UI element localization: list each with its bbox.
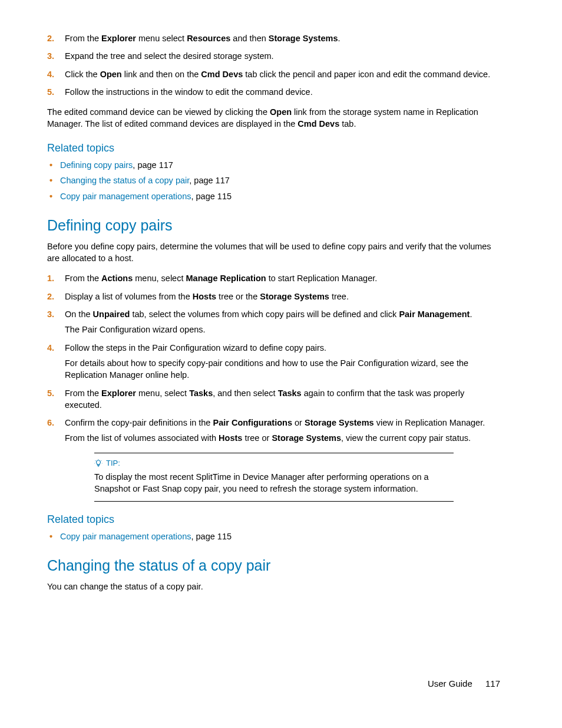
- step-text: From the Explorer menu select Resources …: [65, 34, 340, 43]
- step-result: The Pair Configuration wizard opens.: [65, 324, 503, 335]
- footer-label: User Guide: [428, 678, 472, 689]
- related-topic-suffix: , page 115: [191, 532, 232, 541]
- tip-callout: TIP: To display the most recent SplitTim…: [94, 453, 454, 502]
- related-topics-heading: Related topics: [47, 512, 503, 527]
- step-result: From the list of volumes associated with…: [65, 432, 503, 444]
- step-text: From the Actions menu, select Manage Rep…: [65, 274, 377, 283]
- step-text: Follow the steps in the Pair Configurati…: [65, 343, 326, 353]
- step-number: 6.: [47, 417, 54, 429]
- related-topics-heading: Related topics: [47, 141, 503, 156]
- step-text: From the Explorer menu, select Tasks, an…: [65, 388, 464, 410]
- related-topic-link[interactable]: Changing the status of a copy pair: [60, 176, 189, 185]
- related-topic-suffix: , page 117: [133, 160, 173, 170]
- step-text: Expand the tree and select the desired s…: [65, 51, 274, 61]
- document-page: 2.From the Explorer menu select Resource…: [0, 0, 562, 728]
- procedure-step: 4.Follow the steps in the Pair Configura…: [47, 342, 503, 381]
- page-footer: User Guide 117: [428, 677, 500, 690]
- svg-line-2: [101, 460, 102, 461]
- procedure-step: 3.Expand the tree and select the desired…: [47, 50, 503, 62]
- procedure-step: 2.From the Explorer menu select Resource…: [47, 32, 503, 44]
- step-number: 3.: [47, 50, 54, 62]
- step-text: Confirm the copy-pair definitions in the…: [65, 418, 485, 427]
- step-number: 3.: [47, 308, 54, 320]
- step-text: Follow the instructions in the window to…: [65, 87, 313, 97]
- section-intro: Before you define copy pairs, determine …: [47, 241, 503, 265]
- step-number: 2.: [47, 291, 54, 302]
- related-topic-link[interactable]: Copy pair management operations: [60, 192, 191, 201]
- procedure-step: 1.From the Actions menu, select Manage R…: [47, 272, 503, 284]
- procedure-step: 5.Follow the instructions in the window …: [47, 86, 503, 98]
- procedure-step: 2.Display a list of volumes from the Hos…: [47, 291, 503, 302]
- tip-label: TIP:: [106, 458, 120, 469]
- step-number: 4.: [47, 342, 54, 354]
- related-topics-list: Copy pair management operations, page 11…: [47, 531, 503, 542]
- step-number: 2.: [47, 32, 54, 44]
- related-topic-item: Copy pair management operations, page 11…: [47, 190, 503, 202]
- procedure-step: 6.Confirm the copy-pair definitions in t…: [47, 417, 503, 444]
- procedure-step: 3.On the Unpaired tab, select the volume…: [47, 308, 503, 336]
- procedure-steps-defining: 1.From the Actions menu, select Manage R…: [47, 272, 503, 444]
- step-result: For details about how to specify copy-pa…: [65, 357, 503, 381]
- section-heading-defining-copy-pairs: Defining copy pairs: [47, 215, 503, 236]
- tip-header: TIP:: [94, 458, 454, 469]
- result-paragraph: The edited command device can be viewed …: [47, 106, 503, 130]
- step-number: 1.: [47, 272, 54, 284]
- step-text: Click the Open link and then on the Cmd …: [65, 70, 490, 79]
- step-number: 5.: [47, 387, 54, 399]
- page-number: 117: [485, 678, 500, 689]
- step-text: Display a list of volumes from the Hosts…: [65, 292, 349, 301]
- procedure-step: 4.Click the Open link and then on the Cm…: [47, 68, 503, 80]
- related-topic-suffix: , page 115: [191, 192, 232, 201]
- section-intro: You can change the status of a copy pair…: [47, 581, 503, 592]
- tip-body: To display the most recent SplitTime in …: [94, 471, 454, 495]
- lightbulb-icon: [94, 459, 103, 467]
- related-topic-item: Copy pair management operations, page 11…: [47, 531, 503, 542]
- step-number: 5.: [47, 86, 54, 98]
- related-topic-item: Changing the status of a copy pair, page…: [47, 174, 503, 186]
- related-topics-list: Defining copy pairs, page 117Changing th…: [47, 159, 503, 202]
- related-topic-suffix: , page 117: [189, 176, 230, 185]
- procedure-steps-top: 2.From the Explorer menu select Resource…: [47, 32, 503, 98]
- section-heading-changing-status: Changing the status of a copy pair: [47, 555, 503, 576]
- procedure-step: 5.From the Explorer menu, select Tasks, …: [47, 387, 503, 411]
- step-number: 4.: [47, 68, 54, 80]
- svg-line-1: [95, 460, 96, 461]
- step-text: On the Unpaired tab, select the volumes …: [65, 309, 472, 319]
- related-topic-link[interactable]: Copy pair management operations: [60, 532, 191, 541]
- related-topic-item: Defining copy pairs, page 117: [47, 159, 503, 171]
- related-topic-link[interactable]: Defining copy pairs: [60, 160, 133, 170]
